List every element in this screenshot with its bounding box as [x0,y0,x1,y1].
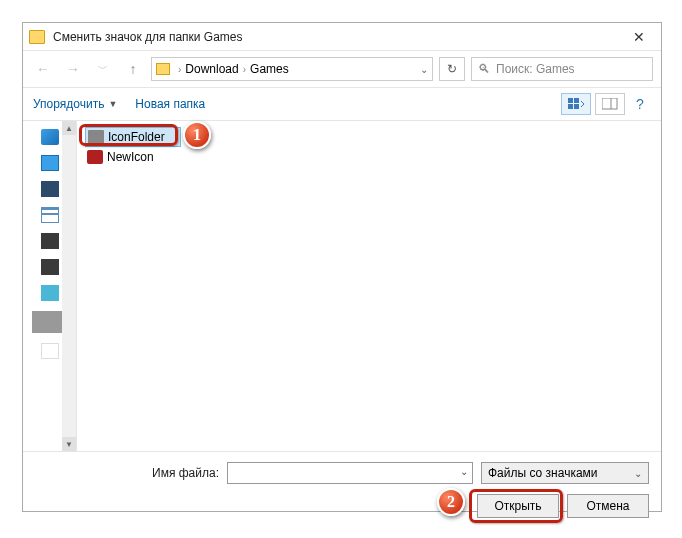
organize-menu[interactable]: Упорядочить ▼ [33,97,117,111]
sidebar-item[interactable] [41,343,59,359]
annotation-badge-2: 2 [437,488,465,516]
path-segment[interactable]: Download [185,62,238,76]
search-input[interactable]: 🔍︎ Поиск: Games [471,57,653,81]
file-list[interactable]: IconFolder NewIcon 1 [77,121,661,451]
window-title: Сменить значок для папки Games [53,30,623,44]
footer: Имя файла: ⌄ Файлы со значками ⌄ Открыть… [23,451,661,530]
svg-rect-1 [574,98,579,103]
filename-label: Имя файла: [152,466,219,480]
chevron-right-icon: › [243,64,246,75]
file-name: NewIcon [107,150,154,164]
file-type-filter[interactable]: Файлы со значками ⌄ [481,462,649,484]
network-icon[interactable] [41,285,59,301]
help-button[interactable]: ? [629,93,651,115]
cancel-button[interactable]: Отмена [567,494,649,518]
svg-rect-0 [568,98,573,103]
sidebar: ▲ ▼ [23,121,77,451]
search-placeholder: Поиск: Games [496,62,575,76]
recent-dropdown[interactable]: ﹀ [91,57,115,81]
svg-rect-3 [574,104,579,109]
forward-button[interactable]: → [61,57,85,81]
annotation-badge-1: 1 [183,121,211,149]
open-button[interactable]: Открыть [477,494,559,518]
file-dialog: Сменить значок для папки Games ✕ ← → ﹀ ↑… [22,22,662,512]
folder-icon [88,130,104,144]
svg-rect-4 [602,98,617,109]
organize-label: Упорядочить [33,97,104,111]
refresh-button[interactable]: ↻ [439,57,465,81]
path-segment[interactable]: Games [250,62,289,76]
close-button[interactable]: ✕ [623,29,655,45]
scroll-up-icon[interactable]: ▲ [62,121,76,135]
documents-icon[interactable] [41,207,59,223]
program-icon [87,150,103,164]
titlebar: Сменить значок для папки Games ✕ [23,23,661,51]
chevron-down-icon[interactable]: ⌄ [420,64,428,75]
chevron-right-icon: › [178,64,181,75]
file-item[interactable]: NewIcon [85,147,653,167]
file-name: IconFolder [108,130,165,144]
chevron-down-icon[interactable]: ⌄ [460,466,468,477]
quick-access-icon[interactable] [41,129,59,145]
sidebar-scrollbar[interactable]: ▲ ▼ [62,121,76,451]
new-folder-button[interactable]: Новая папка [135,97,205,111]
back-button[interactable]: ← [31,57,55,81]
up-button[interactable]: ↑ [121,57,145,81]
folder-icon [156,63,170,75]
this-pc-icon[interactable] [41,155,59,171]
drive-icon[interactable] [41,233,59,249]
scroll-track[interactable] [62,135,76,437]
chevron-down-icon: ▼ [108,99,117,109]
scroll-down-icon[interactable]: ▼ [62,437,76,451]
toolbar: Упорядочить ▼ Новая папка ? [23,87,661,121]
address-bar[interactable]: › Download › Games ⌄ [151,57,433,81]
filter-label: Файлы со значками [488,466,598,480]
file-item-selected[interactable]: IconFolder [85,127,181,147]
videos-icon[interactable] [41,181,59,197]
svg-rect-2 [568,104,573,109]
body: ▲ ▼ IconFolder NewIcon 1 [23,121,661,451]
filename-input[interactable]: ⌄ [227,462,473,484]
nav-row: ← → ﹀ ↑ › Download › Games ⌄ ↻ 🔍︎ Поиск:… [23,51,661,87]
preview-pane-button[interactable] [595,93,625,115]
folder-icon [29,30,45,44]
chevron-down-icon: ⌄ [634,468,642,479]
view-mode-button[interactable] [561,93,591,115]
drive-icon[interactable] [41,259,59,275]
search-icon: 🔍︎ [478,62,490,76]
